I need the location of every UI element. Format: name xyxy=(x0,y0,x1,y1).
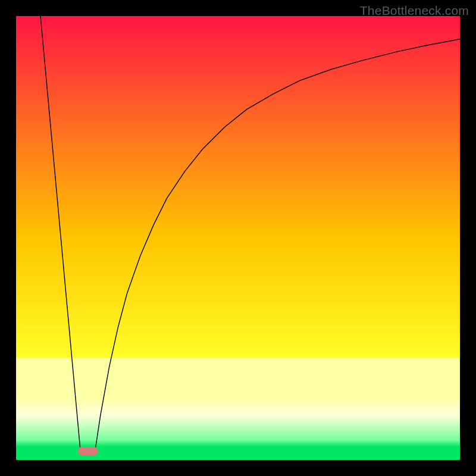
plot-background xyxy=(16,16,460,460)
bottom-pill xyxy=(78,447,98,455)
bottleneck-chart xyxy=(16,16,460,460)
watermark-text: TheBottleneck.com xyxy=(360,4,469,18)
chart-frame: TheBottleneck.com xyxy=(0,0,476,476)
marker-layer xyxy=(78,447,98,455)
